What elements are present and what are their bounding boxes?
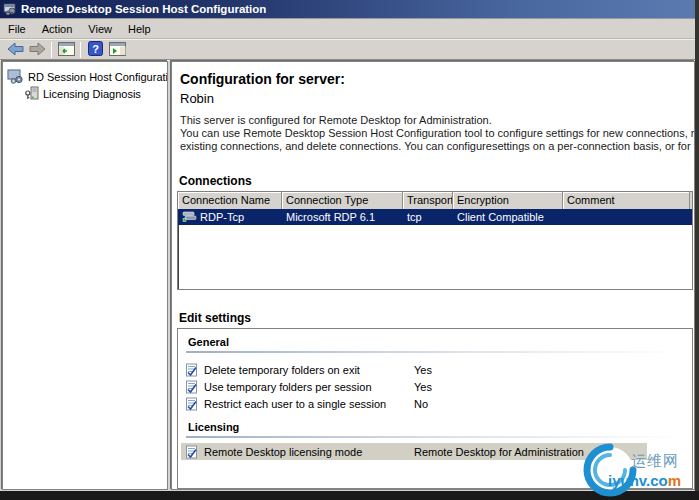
- connections-table: Connection Name Connection Type Transpor…: [177, 191, 693, 290]
- show-action-pane-icon: [109, 42, 126, 58]
- help-icon: ?: [88, 41, 103, 58]
- setting-label: Restrict each user to a single session: [204, 398, 386, 410]
- setting-row-use-temp-folders[interactable]: Use temporary folders per session Yes: [181, 378, 647, 395]
- column-header-connection-type[interactable]: Connection Type: [282, 192, 403, 209]
- window-border-right: [695, 0, 699, 500]
- watermark: 运维网 iyunv.com: [583, 441, 699, 500]
- watermark-domain-main: iyunv.co: [608, 472, 668, 489]
- connection-name-cell: RDP-Tcp: [200, 211, 244, 223]
- description-line: existing connections, and delete connect…: [180, 140, 694, 152]
- show-console-tree-icon: [58, 42, 75, 58]
- setting-label: Remote Desktop licensing mode: [204, 446, 362, 458]
- setting-value: Remote Desktop for Administration: [414, 446, 584, 458]
- rd-session-host-icon: [7, 69, 24, 84]
- toolbar: ?: [0, 40, 695, 60]
- tree-item-label: RD Session Host Configuration:: [28, 71, 168, 83]
- setting-value: Yes: [414, 364, 432, 376]
- toolbar-separator: [80, 42, 81, 58]
- setting-item-icon: [185, 363, 198, 377]
- watermark-domain-text: iyunv.com: [608, 472, 681, 489]
- group-divider: [186, 351, 684, 353]
- description-line: You can use Remote Desktop Session Host …: [180, 127, 694, 139]
- forward-button[interactable]: [26, 41, 48, 59]
- server-name: Robin: [180, 91, 214, 106]
- app-icon: [3, 2, 17, 16]
- svg-text:?: ?: [92, 43, 99, 55]
- connections-section-title: Connections: [179, 174, 252, 188]
- setting-row-delete-temp-folders[interactable]: Delete temporary folders on exit Yes: [181, 361, 647, 378]
- show-console-tree-button[interactable]: [55, 41, 77, 59]
- forward-icon: [29, 42, 46, 58]
- help-button[interactable]: ?: [84, 41, 106, 59]
- watermark-domain-last: m: [668, 472, 681, 489]
- connections-table-header: Connection Name Connection Type Transpor…: [178, 192, 692, 209]
- licensing-diagnosis-icon: [25, 86, 39, 101]
- encryption-cell: Client Compatible: [453, 211, 563, 223]
- group-title-licensing: Licensing: [188, 421, 239, 433]
- column-header-transport[interactable]: Transport: [403, 192, 453, 209]
- connection-type-cell: Microsoft RDP 6.1: [282, 211, 403, 223]
- setting-item-icon: [185, 445, 198, 459]
- connection-row-rdp-tcp[interactable]: RDP-Tcp Microsoft RDP 6.1 tcp Client Com…: [178, 209, 692, 225]
- back-icon: [7, 42, 24, 58]
- setting-item-icon: [185, 380, 198, 394]
- show-action-pane-button[interactable]: [106, 41, 128, 59]
- back-button[interactable]: [4, 41, 26, 59]
- rdp-connection-icon: [182, 211, 197, 224]
- description-line: This server is configured for Remote Des…: [180, 114, 694, 126]
- tree-item-rd-session-host-configuration[interactable]: RD Session Host Configuration:: [3, 68, 167, 85]
- setting-label: Use temporary folders per session: [204, 381, 372, 393]
- title-bar[interactable]: Remote Desktop Session Host Configuratio…: [0, 0, 695, 19]
- results-pane: Configuration for server: Robin This ser…: [171, 61, 695, 490]
- group-divider: [186, 436, 684, 438]
- menu-action[interactable]: Action: [34, 21, 81, 37]
- edit-settings-section-title: Edit settings: [179, 311, 251, 325]
- page-title: Configuration for server:: [180, 71, 345, 87]
- setting-label: Delete temporary folders on exit: [204, 364, 360, 376]
- menu-help[interactable]: Help: [120, 21, 159, 37]
- window-title: Remote Desktop Session Host Configuratio…: [21, 3, 266, 15]
- column-header-connection-name[interactable]: Connection Name: [178, 192, 282, 209]
- console-tree-pane: RD Session Host Configuration: Licensing…: [2, 61, 168, 490]
- tree-item-licensing-diagnosis[interactable]: Licensing Diagnosis: [3, 85, 167, 102]
- setting-item-icon: [185, 397, 198, 411]
- column-header-encryption[interactable]: Encryption: [453, 192, 563, 209]
- setting-row-licensing-mode[interactable]: Remote Desktop licensing mode Remote Des…: [181, 443, 647, 460]
- setting-row-restrict-single-session[interactable]: Restrict each user to a single session N…: [181, 395, 647, 412]
- setting-value: No: [414, 398, 428, 410]
- tree-item-label: Licensing Diagnosis: [43, 88, 141, 100]
- menu-view[interactable]: View: [80, 21, 120, 37]
- transport-cell: tcp: [403, 211, 453, 223]
- menu-bar: File Action View Help: [0, 20, 695, 39]
- group-title-general: General: [188, 336, 229, 348]
- setting-value: Yes: [414, 381, 432, 393]
- column-header-comment[interactable]: Comment: [563, 192, 690, 209]
- app-window: Remote Desktop Session Host Configuratio…: [0, 0, 699, 500]
- menu-file[interactable]: File: [0, 21, 34, 37]
- watermark-cn-text: 运维网: [631, 452, 679, 471]
- toolbar-separator: [51, 42, 52, 58]
